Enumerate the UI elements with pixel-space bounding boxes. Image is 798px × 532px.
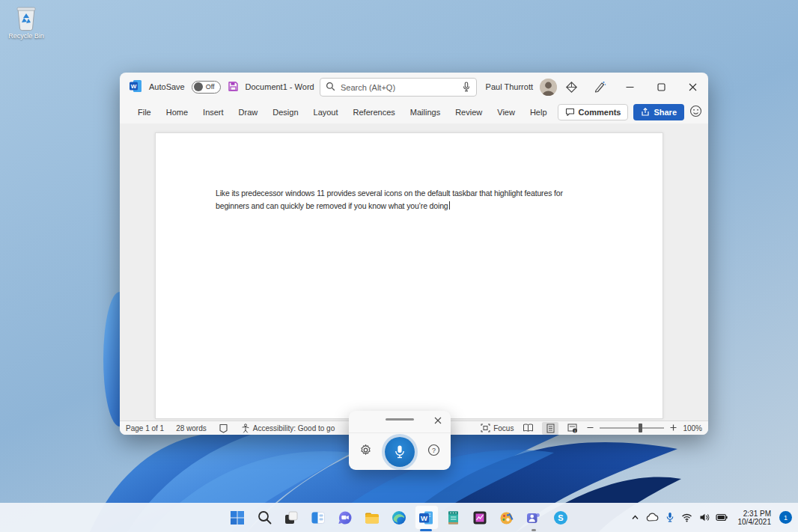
autosave-toggle-knob — [194, 82, 203, 91]
print-layout-button[interactable] — [542, 422, 558, 435]
teams-icon[interactable] — [520, 503, 547, 532]
tray-chevron-up-icon[interactable] — [629, 503, 642, 532]
tray-date: 10/4/2021 — [738, 518, 772, 526]
read-mode-button[interactable] — [520, 422, 536, 435]
svg-text:S: S — [558, 513, 563, 522]
search-box[interactable]: Search (Alt+Q) — [320, 78, 477, 97]
tab-insert[interactable]: Insert — [195, 101, 231, 123]
tray-microphone-icon[interactable] — [663, 503, 677, 532]
autosave-label: AutoSave — [149, 82, 185, 91]
zoom-slider-handle[interactable] — [639, 424, 642, 432]
notepad-icon[interactable] — [439, 503, 466, 532]
onedrive-cloud-icon[interactable] — [646, 503, 660, 532]
tray-time: 2:31 PM — [738, 510, 772, 518]
desktop: Recycle Bin W AutoSave Off — [0, 0, 798, 532]
save-icon[interactable] — [228, 81, 239, 94]
svg-text:?: ? — [432, 447, 436, 454]
accessibility-label: Accessibility: Good to go — [253, 424, 335, 432]
search-icon — [326, 82, 335, 93]
document-title: Document1 - Word — [246, 82, 314, 91]
edge-icon[interactable] — [386, 503, 412, 532]
document-line-1: Like its predecessor windows 11 provides… — [216, 187, 563, 200]
comments-label: Comments — [579, 108, 621, 117]
tab-file[interactable]: File — [130, 101, 159, 123]
autosave-state: Off — [206, 83, 215, 91]
word-count[interactable]: 28 words — [176, 424, 207, 432]
web-layout-button[interactable]: i — [564, 422, 581, 435]
recycle-bin[interactable]: Recycle Bin — [4, 4, 48, 40]
zoom-level[interactable]: 100% — [683, 424, 702, 432]
tab-layout[interactable]: Layout — [306, 101, 346, 123]
word-window: W AutoSave Off Document1 - Word — [120, 73, 708, 435]
skype-icon[interactable]: S — [547, 503, 574, 532]
close-button[interactable] — [677, 73, 708, 101]
share-label: Share — [654, 108, 677, 117]
word-taskbar-icon[interactable]: W — [412, 503, 439, 532]
widgets-icon[interactable] — [305, 503, 332, 532]
wifi-icon[interactable] — [680, 503, 694, 532]
search-taskbar-icon[interactable] — [251, 503, 278, 532]
battery-icon[interactable] — [715, 503, 728, 532]
paint-icon[interactable] — [493, 503, 520, 532]
tab-home[interactable]: Home — [159, 101, 195, 123]
drag-handle[interactable] — [386, 418, 414, 421]
tab-mailings[interactable]: Mailings — [403, 101, 448, 123]
document-area: Like its predecessor windows 11 provides… — [120, 123, 708, 421]
tab-draw[interactable]: Draw — [231, 101, 266, 123]
notification-badge[interactable]: 1 — [779, 511, 792, 524]
text-cursor — [449, 201, 450, 210]
autosave-toggle[interactable]: Off — [192, 81, 221, 94]
accessibility-status[interactable]: Accessibility: Good to go — [240, 424, 335, 433]
feedback-smiley-icon[interactable] — [689, 105, 702, 120]
premium-diamond-icon[interactable] — [557, 73, 585, 101]
ribbon-tab-row: File Home Insert Draw Design Layout Refe… — [120, 101, 708, 123]
task-view-icon[interactable] — [278, 503, 305, 532]
tab-references[interactable]: References — [346, 101, 403, 123]
volume-icon[interactable] — [698, 503, 711, 532]
user-name[interactable]: Paul Thurrott — [486, 82, 533, 91]
document-line-2: beginners and can quickly be removed if … — [216, 201, 448, 210]
document-page[interactable]: Like its predecessor windows 11 provides… — [155, 132, 663, 419]
svg-text:W: W — [421, 514, 427, 522]
svg-text:W: W — [131, 83, 137, 90]
graph-app-icon[interactable] — [466, 503, 493, 532]
clock[interactable]: 2:31 PM 10/4/2021 — [738, 510, 772, 526]
chat-icon[interactable] — [332, 503, 359, 532]
minimize-button[interactable] — [614, 73, 645, 101]
focus-label: Focus — [493, 424, 514, 432]
page-indicator[interactable]: Page 1 of 1 — [126, 424, 164, 432]
zoom-out-button[interactable] — [587, 424, 594, 432]
tab-view[interactable]: View — [490, 101, 523, 123]
document-text: Like its predecessor windows 11 provides… — [216, 187, 563, 212]
tab-help[interactable]: Help — [523, 101, 555, 123]
taskbar: W S — [0, 503, 798, 532]
dictation-toolbar: ? — [349, 411, 451, 470]
recycle-bin-icon — [13, 4, 39, 31]
editor-pen-icon[interactable] — [585, 73, 614, 101]
zoom-in-button[interactable] — [670, 424, 677, 432]
tab-design[interactable]: Design — [265, 101, 305, 123]
comments-button[interactable]: Comments — [558, 104, 629, 120]
word-logo-icon: W — [129, 79, 142, 94]
search-placeholder: Search (Alt+Q) — [341, 83, 457, 92]
share-button[interactable]: Share — [633, 104, 684, 120]
file-explorer-icon[interactable] — [359, 503, 386, 532]
search-mic-icon[interactable] — [462, 82, 471, 94]
recycle-bin-label: Recycle Bin — [4, 32, 48, 40]
zoom-slider[interactable] — [600, 427, 664, 429]
word-titlebar: W AutoSave Off Document1 - Word — [120, 73, 708, 101]
dictation-settings-gear-icon[interactable] — [359, 444, 372, 459]
maximize-button[interactable] — [645, 73, 677, 101]
tab-review[interactable]: Review — [448, 101, 490, 123]
user-avatar[interactable] — [540, 79, 557, 96]
dictation-close-icon[interactable] — [432, 415, 444, 426]
dictation-microphone-button[interactable] — [385, 437, 415, 467]
proofing-icon[interactable] — [219, 424, 228, 433]
focus-button[interactable]: Focus — [481, 424, 514, 432]
start-button[interactable] — [224, 503, 251, 532]
svg-text:i: i — [575, 428, 576, 432]
dictation-help-icon[interactable]: ? — [427, 444, 440, 459]
